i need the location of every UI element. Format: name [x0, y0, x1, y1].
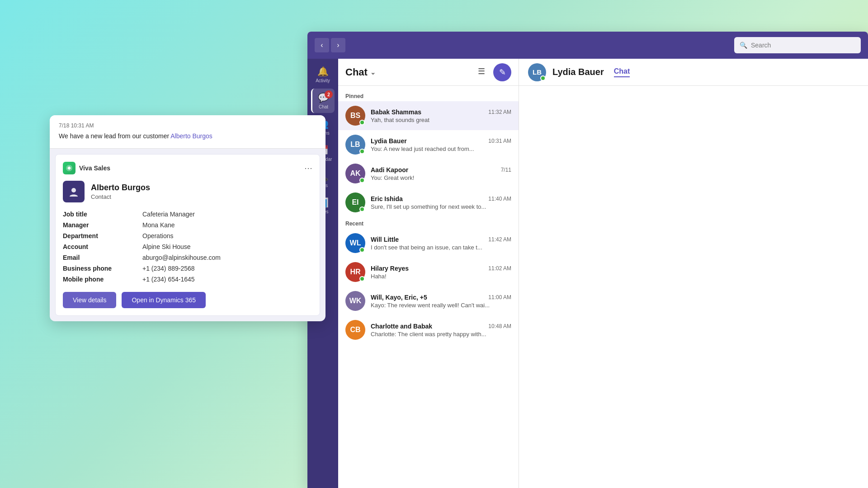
- contact-icon: [63, 181, 85, 202]
- chat-info-lydia: Lydia Bauer 10:31 AM You: A new lead jus…: [371, 137, 511, 152]
- label-mobile-phone: Mobile phone: [63, 276, 135, 283]
- name-row-lydia: Lydia Bauer 10:31 AM: [371, 137, 511, 145]
- online-indicator-lydia: [359, 149, 365, 154]
- chat-info-will: Will Little 11:42 AM I don't see that be…: [371, 236, 511, 251]
- teams-window: ‹ › 🔍 🔔 Activity 💬 Chat 2 👥 Teams: [307, 32, 868, 488]
- chat-item-charlotte[interactable]: CB Charlotte and Babak 10:48 AM Charlott…: [338, 315, 519, 344]
- avatar-wrap-eric: EI: [345, 192, 365, 212]
- lead-link[interactable]: Alberto Burgos: [170, 132, 212, 140]
- chat-name-group: Will, Kayo, Eric, +5: [371, 294, 427, 301]
- chat-info-babak: Babak Shammas 11:32 AM Yah, that sounds …: [371, 108, 511, 123]
- chat-name-babak: Babak Shammas: [371, 108, 421, 116]
- label-job-title: Job title: [63, 211, 135, 218]
- value-department: Operations: [142, 232, 312, 239]
- avatar-wrap-lydia: LB: [345, 135, 365, 155]
- chat-item-aadi[interactable]: AK Aadi Kapoor 7/11 You: Great work!: [338, 159, 519, 188]
- name-row-group: Will, Kayo, Eric, +5 11:00 AM: [371, 294, 511, 301]
- online-indicator-eric: [359, 206, 365, 212]
- chat-time-eric: 11:40 AM: [488, 196, 511, 202]
- sidebar-item-activity[interactable]: 🔔 Activity: [311, 62, 335, 87]
- name-row-aadi: Aadi Kapoor 7/11: [371, 166, 511, 174]
- label-account: Account: [63, 243, 135, 250]
- chat-list: Pinned BS Babak Shammas 11:32 AM Yah, th…: [338, 86, 519, 488]
- viva-message: We have a new lead from our customer Alb…: [59, 131, 316, 141]
- filter-button[interactable]: ☰: [473, 63, 490, 80]
- chat-name-charlotte: Charlotte and Babak: [371, 323, 432, 330]
- viva-brand-name: Viva Sales: [79, 164, 110, 172]
- avatar-wrap-charlotte: CB: [345, 320, 365, 340]
- online-indicator-babak: [359, 120, 365, 125]
- viva-card-body: Viva Sales ⋯ Alberto Burgos Contact Job …: [55, 154, 320, 316]
- name-row-will: Will Little 11:42 AM: [371, 236, 511, 243]
- chat-name-lydia: Lydia Bauer: [371, 137, 407, 145]
- back-button[interactable]: ‹: [315, 38, 329, 52]
- nav-arrows: ‹ ›: [315, 38, 345, 52]
- chat-time-babak: 11:32 AM: [488, 109, 511, 115]
- value-job-title: Cafeteria Manager: [142, 211, 312, 218]
- chat-item-hilary[interactable]: HR Hilary Reyes 11:02 AM Haha!: [338, 258, 519, 286]
- value-mobile-phone: +1 (234) 654-1645: [142, 276, 312, 283]
- name-row-babak: Babak Shammas 11:32 AM: [371, 108, 511, 116]
- contact-row: Alberto Burgos Contact: [63, 181, 312, 202]
- viva-timestamp: 7/18 10:31 AM: [59, 122, 316, 129]
- viva-logo-icon: [63, 162, 75, 174]
- label-business-phone: Business phone: [63, 265, 135, 272]
- chat-info-group: Will, Kayo, Eric, +5 11:00 AM Kayo: The …: [371, 294, 511, 309]
- open-dynamics-button[interactable]: Open in Dynamics 365: [122, 292, 206, 308]
- chat-name-eric: Eric Ishida: [371, 195, 403, 202]
- avatar-wrap-babak: BS: [345, 106, 365, 126]
- chat-name-will: Will Little: [371, 236, 399, 243]
- chat-name-aadi: Aadi Kapoor: [371, 166, 408, 174]
- search-icon: 🔍: [740, 42, 747, 49]
- chat-info-hilary: Hilary Reyes 11:02 AM Haha!: [371, 265, 511, 280]
- avatar-wrap-hilary: HR: [345, 262, 365, 282]
- active-chat-header: LB Lydia Bauer Chat: [519, 59, 868, 86]
- chat-badge: 2: [325, 90, 333, 99]
- viva-message-text: We have a new lead from our customer: [59, 132, 170, 140]
- menu-dots-button[interactable]: ⋯: [304, 163, 312, 173]
- name-row-eric: Eric Ishida 11:40 AM: [371, 195, 511, 202]
- activity-icon: 🔔: [317, 66, 329, 77]
- chat-item-lydia[interactable]: LB Lydia Bauer 10:31 AM You: A new lead …: [338, 130, 519, 159]
- viva-brand: Viva Sales: [63, 162, 110, 174]
- name-row-hilary: Hilary Reyes 11:02 AM: [371, 265, 511, 272]
- teams-body: 🔔 Activity 💬 Chat 2 👥 Teams 📅 Calendar 📞…: [307, 59, 868, 488]
- topbar: ‹ › 🔍: [307, 32, 868, 59]
- pinned-label: Pinned: [338, 89, 519, 101]
- forward-button[interactable]: ›: [331, 38, 345, 52]
- chat-item-babak[interactable]: BS Babak Shammas 11:32 AM Yah, that soun…: [338, 101, 519, 130]
- chat-time-will: 11:42 AM: [488, 236, 511, 243]
- chat-preview-eric: Sure, I'll set up something for next wee…: [371, 203, 511, 210]
- chat-time-aadi: 7/11: [501, 167, 511, 173]
- avatar-wrap-group: WK: [345, 291, 365, 311]
- active-chat-name: Lydia Bauer: [552, 67, 604, 77]
- value-business-phone: +1 (234) 889-2568: [142, 265, 312, 272]
- search-input[interactable]: [751, 42, 855, 49]
- chat-time-charlotte: 10:48 AM: [488, 323, 511, 329]
- chat-time-lydia: 10:31 AM: [488, 138, 511, 144]
- sidebar-label-chat: Chat: [319, 104, 328, 109]
- details-grid: Job title Cafeteria Manager Manager Mona…: [63, 211, 312, 283]
- avatar-group: WK: [345, 291, 365, 311]
- viva-card-overlay: 7/18 10:31 AM We have a new lead from ou…: [50, 115, 326, 321]
- view-details-button[interactable]: View details: [63, 292, 116, 308]
- viva-card-header: Viva Sales ⋯: [63, 162, 312, 174]
- active-chat-tab[interactable]: Chat: [614, 67, 630, 77]
- avatar-charlotte: CB: [345, 320, 365, 340]
- chat-preview-aadi: You: Great work!: [371, 174, 511, 181]
- sidebar-item-chat[interactable]: 💬 Chat 2: [311, 89, 335, 113]
- avatar-wrap-will: WL: [345, 233, 365, 253]
- new-chat-button[interactable]: ✎: [493, 63, 511, 81]
- contact-details: Alberto Burgos Contact: [91, 183, 150, 200]
- chat-item-eric[interactable]: EI Eric Ishida 11:40 AM Sure, I'll set u…: [338, 188, 519, 217]
- chat-item-group[interactable]: WK Will, Kayo, Eric, +5 11:00 AM Kayo: T…: [338, 286, 519, 315]
- svg-point-1: [71, 188, 76, 192]
- search-box: 🔍: [734, 37, 861, 53]
- chat-info-aadi: Aadi Kapoor 7/11 You: Great work!: [371, 166, 511, 181]
- sidebar-label-activity: Activity: [316, 78, 330, 83]
- name-row-charlotte: Charlotte and Babak 10:48 AM: [371, 323, 511, 330]
- avatar-wrap-aadi: AK: [345, 164, 365, 183]
- value-manager: Mona Kane: [142, 221, 312, 229]
- chat-item-will[interactable]: WL Will Little 11:42 AM I don't see that…: [338, 229, 519, 258]
- active-chat: LB Lydia Bauer Chat: [519, 59, 868, 488]
